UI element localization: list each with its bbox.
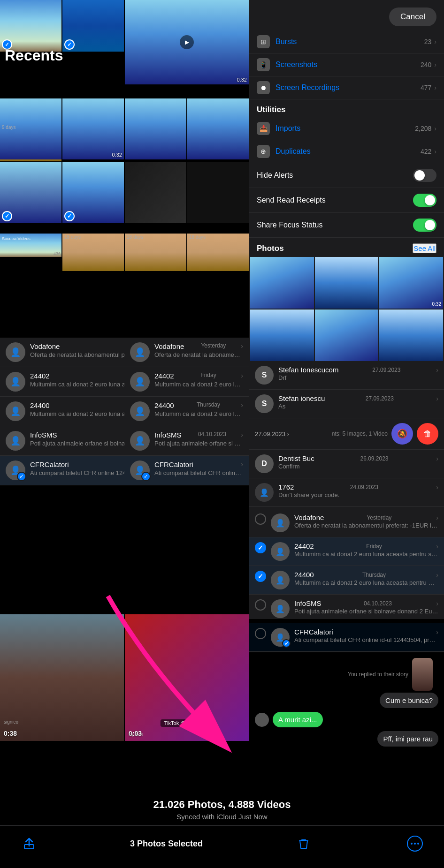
select-msg-cfr[interactable]: 👤 ✓ CFRCalatori › Ati cumparat biletul C… xyxy=(249,623,444,652)
photo-thumb[interactable] xyxy=(379,309,443,361)
bottom-toolbar: 3 Photos Selected xyxy=(0,825,444,868)
avatar-cfr: 👤 ✓ xyxy=(6,460,25,480)
photo-cell[interactable] xyxy=(187,162,249,223)
right-msg-stefan2[interactable]: S Stefan ionescu 27.09.2023 › As xyxy=(249,390,444,418)
right-msg-dentist[interactable]: D Dentist Buc 26.09.2023 › Confirm xyxy=(249,450,444,478)
cancel-button[interactable]: Cancel xyxy=(389,8,436,26)
bubble-pff: Pff, imi pare rau xyxy=(377,731,438,747)
photo-cell[interactable] xyxy=(0,0,61,52)
photo-thumb[interactable] xyxy=(250,257,314,309)
stats-sub-text: Synced with iCloud Just Now xyxy=(8,813,436,821)
lib-item-duplicates[interactable]: ⊕ Duplicates 422 › xyxy=(249,140,444,163)
photo-cell[interactable]: 18 days xyxy=(187,234,249,271)
toggle-switch-hide-alerts[interactable] xyxy=(413,169,436,182)
avatar: 👤 xyxy=(130,401,150,421)
select-circle-24400[interactable]: ✓ xyxy=(255,571,266,582)
avatar-vodafone: 👤 xyxy=(6,342,25,362)
toggle-share-focus-status[interactable]: Share Focus Status xyxy=(249,213,444,238)
large-video-row: 0:38 signico TikTok @stefani901 0:03 sig… xyxy=(0,614,249,741)
message-row-cfr-2[interactable]: 👤 ✓ CFRCalatori › Ati cumparat biletul C… xyxy=(124,456,249,485)
message-row-infosms-2[interactable]: 👤 InfoSMS 04.10.2023 › Poti ajuta animal… xyxy=(124,426,249,456)
selected-count-label: 3 Photos Selected xyxy=(130,839,203,849)
signico-badge: signico xyxy=(4,719,18,725)
toggle-switch-read-receipts[interactable] xyxy=(413,194,436,207)
sender-avatar xyxy=(255,713,269,727)
toggle-hide-alerts[interactable]: Hide Alerts xyxy=(249,163,444,188)
select-circle-cfr[interactable] xyxy=(255,628,266,639)
avatar: 👤 xyxy=(271,599,290,618)
play-button[interactable]: ▶ xyxy=(180,35,194,49)
svg-point-4 xyxy=(417,843,419,845)
chat-bubble-pff: Pff, imi pare rau xyxy=(255,731,438,747)
photo-thumb[interactable] xyxy=(250,309,314,361)
toggle-switch-focus-status[interactable] xyxy=(413,219,436,232)
photo-thumb[interactable] xyxy=(315,309,379,361)
delete-swipe-button[interactable]: 🗑 xyxy=(417,423,438,445)
photo-select-check[interactable] xyxy=(64,211,75,221)
right-panel-select-messages: 👤 Vodafone Yesterday › Oferta de neratat… xyxy=(249,509,444,652)
duplicates-icon: ⊕ xyxy=(257,145,270,158)
screen-recordings-icon: ⏺ xyxy=(257,81,270,94)
photo-thumb[interactable] xyxy=(315,257,379,309)
photo-cell-game[interactable]: TikTok @stefani901 0:03 signico xyxy=(125,614,249,741)
avatar-stefan1: S xyxy=(255,366,274,385)
lib-item-bursts[interactable]: ⊞ Bursts 23 › xyxy=(249,30,444,53)
photo-cell[interactable] xyxy=(187,98,249,159)
photo-cell[interactable]: 18 days xyxy=(125,234,186,271)
share-icon xyxy=(23,837,36,850)
lib-item-imports[interactable]: 📥 Imports 2,208 › xyxy=(249,117,444,140)
right-msg-1762[interactable]: 👤 1762 24.09.2023 › Don't share your cod… xyxy=(249,478,444,507)
message-row-vodafone-2[interactable]: 👤 Vodafone Yesterday › Oferta de neratat… xyxy=(124,338,249,367)
photo-cell[interactable]: 18 days xyxy=(62,234,124,271)
select-msg-vodafone[interactable]: 👤 Vodafone Yesterday › Oferta de neratat… xyxy=(249,509,444,537)
select-msg-24400[interactable]: ✓ 👤 24400 Thursday › Multumim ca ai dona… xyxy=(249,566,444,595)
select-msg-infosms[interactable]: 👤 InfoSMS 04.10.2023 › Poti ajuta animal… xyxy=(249,595,444,623)
avatar-dentist: D xyxy=(255,454,274,473)
lib-item-screenshots[interactable]: 📱 Screenshots 240 › xyxy=(249,53,444,76)
screenshots-icon: 📱 xyxy=(257,58,270,71)
mute-button[interactable]: 🔕 xyxy=(391,423,413,445)
share-button[interactable] xyxy=(19,833,39,854)
photo-cell[interactable] xyxy=(0,162,61,223)
avatar-1762: 👤 xyxy=(255,483,274,502)
photo-cell[interactable] xyxy=(125,98,186,159)
more-icon xyxy=(406,835,423,852)
see-all-button[interactable]: See All xyxy=(413,243,436,253)
photo-select-check[interactable] xyxy=(2,211,12,221)
avatar: 👤 xyxy=(271,571,290,589)
library-section: ⊞ Bursts 23 › 📱 Screenshots 240 › ⏺ Scre… xyxy=(249,0,444,238)
bottom-section: 21.026 Photos, 4.888 Videos Synced with … xyxy=(0,789,444,868)
avatar: 👤 xyxy=(130,342,150,362)
select-circle-infosms[interactable] xyxy=(255,599,266,611)
message-row-24402-2[interactable]: 👤 24402 Friday › Multumim ca ai donat 2 … xyxy=(124,367,249,397)
swipe-actions-row[interactable]: 27.09.2023 › nts: 5 Images, 1 Video 🔕 🗑 xyxy=(249,418,444,450)
toggle-knob xyxy=(414,170,425,181)
photo-cell-venice[interactable]: 0:38 signico xyxy=(0,614,124,741)
select-circle-vodafone[interactable] xyxy=(255,513,266,525)
delete-icon xyxy=(297,837,310,850)
photo-thumb[interactable]: 0:32 xyxy=(379,257,443,309)
photo-cell[interactable] xyxy=(62,162,124,223)
right-msg-stefan1[interactable]: S Stefan Ionescucom 27.09.2023 › Drf xyxy=(249,361,444,390)
select-circle-24402[interactable]: ✓ xyxy=(255,542,266,553)
toggle-send-read-receipts[interactable]: Send Read Receipts xyxy=(249,188,444,213)
avatar: 👤 xyxy=(130,372,150,392)
photo-cell[interactable] xyxy=(125,162,186,223)
avatar-stefan2: S xyxy=(255,394,274,413)
utilities-header: Utilities xyxy=(249,99,444,117)
photo-cell[interactable]: Socotra Videos 436 xyxy=(0,234,61,257)
toggle-knob xyxy=(425,220,435,230)
message-row-24400-2[interactable]: 👤 24400 Thursday › Multumim ca ai donat … xyxy=(124,397,249,426)
tiktok-badge: TikTok @stefani901 xyxy=(161,719,213,727)
lib-item-screen-recordings[interactable]: ⏺ Screen Recordings 477 › xyxy=(249,76,444,99)
photo-cell[interactable] xyxy=(62,0,124,52)
right-panel: ⊞ Bursts 23 › 📱 Screenshots 240 › ⏺ Scre… xyxy=(249,0,444,619)
photo-cell[interactable]: 0:32 xyxy=(62,98,124,159)
more-options-button[interactable] xyxy=(405,833,425,854)
select-msg-24402[interactable]: ✓ 👤 24402 Friday › Multumim ca ai donat … xyxy=(249,537,444,566)
delete-button[interactable] xyxy=(293,833,314,854)
avatar: 👤 xyxy=(130,431,150,451)
photo-cell-large[interactable]: ▶ 0:32 xyxy=(125,0,249,84)
toggle-knob xyxy=(425,195,435,205)
photo-select-check[interactable] xyxy=(64,39,75,50)
